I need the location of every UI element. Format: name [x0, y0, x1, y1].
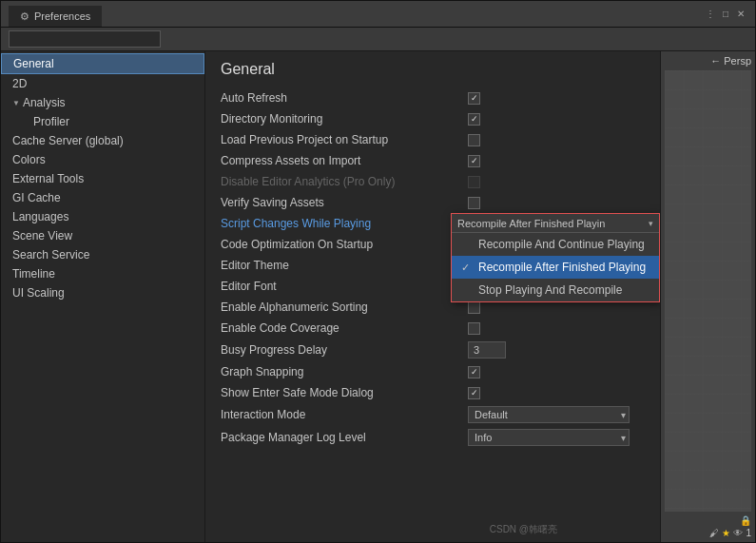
- checkbox-graph-snapping[interactable]: [468, 366, 480, 378]
- sidebar-section-analysis: ▼ Analysis: [1, 93, 204, 112]
- eye-icon[interactable]: 👁: [733, 528, 743, 538]
- label-graph-snapping: Graph Snapping: [221, 365, 468, 378]
- control-auto-refresh: [468, 92, 645, 105]
- dropdown-interaction-mode[interactable]: Default: [468, 406, 630, 423]
- gear-icon: ⚙: [20, 10, 29, 23]
- sidebar-item-ui-scaling[interactable]: UI Scaling: [1, 283, 204, 302]
- dropdown-package-wrapper: Info: [468, 429, 630, 446]
- dropdown-option-recompile-finished[interactable]: ✓ Recompile After Finished Playing: [452, 256, 659, 279]
- close-icon[interactable]: ✕: [734, 8, 747, 21]
- control-verify-saving: [468, 197, 645, 209]
- maximize-icon[interactable]: □: [719, 8, 732, 21]
- label-auto-refresh: Auto Refresh: [221, 91, 468, 105]
- checkbox-verify-saving[interactable]: [468, 197, 480, 209]
- checkbox-auto-refresh[interactable]: [468, 92, 480, 105]
- tab-label: Preferences: [34, 10, 90, 22]
- row-disable-analytics: Disable Editor Analytics (Pro Only): [221, 171, 645, 192]
- sidebar-item-general[interactable]: General: [1, 53, 204, 74]
- label-compress-assets: Compress Assets on Import: [221, 154, 468, 167]
- sidebar-item-search-service[interactable]: Search Service: [1, 245, 204, 264]
- input-busy-progress[interactable]: [468, 341, 506, 359]
- checkbox-directory-monitoring[interactable]: [468, 113, 480, 126]
- sidebar-item-cache-server[interactable]: Cache Server (global): [1, 131, 204, 150]
- preferences-window: ⚙ Preferences ⋮ □ ✕ General 2D ▼ Analysi…: [0, 0, 756, 543]
- checkbox-disable-analytics: [468, 176, 480, 188]
- icon-row-2: 🖌 ★ 👁 1: [709, 528, 751, 538]
- row-interaction-mode: Interaction Mode Default: [221, 403, 645, 426]
- label-interaction-mode: Interaction Mode: [221, 408, 468, 421]
- layers-label: 1: [746, 528, 751, 538]
- control-code-coverage: [468, 322, 645, 335]
- preferences-tab[interactable]: ⚙ Preferences: [9, 6, 102, 27]
- control-interaction-mode: Default: [468, 406, 645, 423]
- titlebar: ⚙ Preferences ⋮ □ ✕: [1, 1, 755, 28]
- row-package-log: Package Manager Log Level Info: [221, 426, 645, 449]
- label-busy-progress: Busy Progress Delay: [221, 343, 468, 357]
- script-changes-dropdown-popup: Recompile After Finished Playin ▾ Recomp…: [451, 213, 660, 302]
- label-directory-monitoring: Directory Monitoring: [221, 112, 468, 126]
- brush-icon[interactable]: 🖌: [709, 528, 719, 538]
- settings-panel: General Auto Refresh Directory Monitorin…: [205, 51, 660, 542]
- label-disable-analytics: Disable Editor Analytics (Pro Only): [221, 175, 468, 188]
- row-auto-refresh: Auto Refresh: [221, 87, 645, 108]
- row-graph-snapping: Graph Snapping: [221, 361, 645, 382]
- row-enter-safe-mode: Show Enter Safe Mode Dialog: [221, 382, 645, 403]
- control-package-log: Info: [468, 429, 645, 446]
- dropdown-interaction-wrapper: Default: [468, 406, 630, 423]
- row-load-previous: Load Previous Project on Startup: [221, 129, 645, 150]
- sidebar-item-scene-view[interactable]: Scene View: [1, 226, 204, 245]
- dropdown-option-stop-playing[interactable]: Stop Playing And Recompile: [452, 279, 659, 301]
- row-directory-monitoring: Directory Monitoring: [221, 108, 645, 129]
- sidebar-item-colors[interactable]: Colors: [1, 150, 204, 169]
- check-recompile-finished: ✓: [461, 262, 473, 274]
- sidebar: General 2D ▼ Analysis Profiler Cache Ser…: [1, 51, 205, 542]
- label-editor-font: Editor Font: [221, 280, 468, 293]
- control-graph-snapping: [468, 366, 645, 378]
- sidebar-item-profiler[interactable]: Profiler: [1, 112, 204, 131]
- row-busy-progress: Busy Progress Delay: [221, 339, 645, 361]
- watermark: CSDN @韩曙亮: [490, 523, 557, 536]
- control-disable-analytics: [468, 176, 645, 188]
- control-load-previous: [468, 134, 645, 146]
- lock-icon[interactable]: 🔒: [740, 515, 751, 526]
- row-compress-assets: Compress Assets on Import: [221, 150, 645, 171]
- label-code-coverage: Enable Code Coverage: [221, 321, 468, 335]
- collapse-triangle: ▼: [12, 99, 20, 107]
- control-alphanumeric-sorting: [468, 301, 645, 314]
- dropdown-popup-header-label: Recompile After Finished Playin: [457, 218, 605, 229]
- checkbox-load-previous[interactable]: [468, 134, 480, 146]
- right-panel: ← Persp 🔒 🖌 ★ 👁 1: [660, 51, 755, 542]
- viewport-icons: 🔒 🖌 ★ 👁 1: [709, 515, 751, 538]
- checkbox-compress-assets[interactable]: [468, 155, 480, 167]
- main-content: General 2D ▼ Analysis Profiler Cache Ser…: [1, 51, 755, 542]
- label-alphanumeric-sorting: Enable Alphanumeric Sorting: [221, 301, 468, 314]
- label-editor-theme: Editor Theme: [221, 259, 468, 272]
- control-directory-monitoring: [468, 113, 645, 126]
- search-bar: [1, 28, 755, 51]
- checkbox-code-coverage[interactable]: [468, 322, 480, 335]
- tab-bar: ⚙ Preferences: [9, 1, 102, 27]
- control-enter-safe-mode: [468, 387, 645, 399]
- dropdown-package-log[interactable]: Info: [468, 429, 630, 446]
- viewport-area: [665, 70, 751, 512]
- persp-label: ← Persp: [710, 55, 751, 67]
- option-label-0: Recompile And Continue Playing: [478, 238, 645, 251]
- option-label-2: Stop Playing And Recompile: [478, 283, 622, 297]
- sidebar-item-gi-cache[interactable]: GI Cache: [1, 188, 204, 207]
- dropdown-popup-header: Recompile After Finished Playin ▾: [452, 214, 659, 233]
- search-input[interactable]: [9, 30, 161, 48]
- sidebar-item-timeline[interactable]: Timeline: [1, 264, 204, 283]
- star-icon[interactable]: ★: [722, 528, 730, 538]
- menu-icon[interactable]: ⋮: [704, 8, 717, 21]
- checkbox-alphanumeric-sorting[interactable]: [468, 301, 480, 314]
- control-busy-progress: [468, 341, 645, 359]
- settings-title: General: [221, 61, 645, 78]
- sidebar-item-languages[interactable]: Languages: [1, 207, 204, 226]
- icon-row-1: 🔒: [709, 515, 751, 526]
- control-compress-assets: [468, 155, 645, 167]
- sidebar-item-2d[interactable]: 2D: [1, 74, 204, 93]
- dropdown-option-recompile-continue[interactable]: Recompile And Continue Playing: [452, 233, 659, 256]
- label-load-previous: Load Previous Project on Startup: [221, 133, 468, 146]
- sidebar-item-external-tools[interactable]: External Tools: [1, 169, 204, 188]
- checkbox-enter-safe-mode[interactable]: [468, 387, 480, 399]
